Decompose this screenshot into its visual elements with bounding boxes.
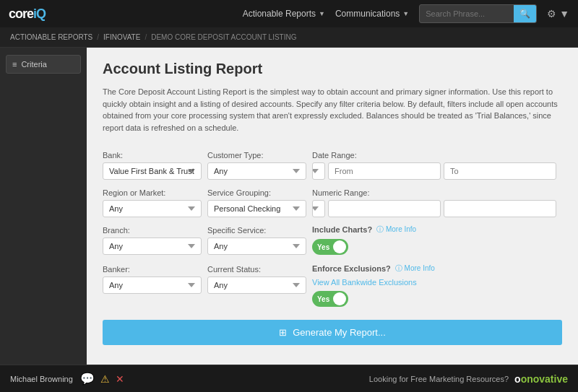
banker-label: Banker:	[103, 265, 202, 274]
enforce-exclusions-label: Enforce Exclusions?	[312, 264, 391, 273]
communications-nav[interactable]: Communications ▼	[335, 9, 409, 19]
bankwide-exclusions-link[interactable]: View All Bankwide Exclusions	[312, 278, 556, 287]
region-select[interactable]: Any	[103, 200, 202, 217]
breadcrumb: ACTIONABLE REPORTS / IFINOVATE / DEMO CO…	[0, 27, 578, 48]
chevron-down-icon: ▼	[319, 10, 325, 17]
banker-select[interactable]: Any	[103, 276, 202, 294]
service-grouping-label: Service Grouping:	[207, 188, 306, 197]
customer-type-label: Customer Type:	[207, 151, 306, 160]
bottom-user: Michael Browning 💬 ⚠ ✕	[10, 372, 124, 386]
enforce-exclusions-cell: Enforce Exclusions? ⓘ More Info View All…	[312, 261, 562, 313]
logo-core: coreiQ	[9, 6, 46, 22]
region-cell: Region or Market: Any	[103, 184, 207, 222]
include-charts-more-info[interactable]: ⓘ More Info	[376, 225, 416, 235]
branch-cell: Branch: Any	[103, 222, 207, 261]
generate-icon: ⊞	[279, 327, 287, 338]
banker-cell: Banker: Any	[103, 261, 207, 313]
current-status-select[interactable]: Any	[207, 276, 306, 294]
search-input[interactable]	[420, 6, 514, 21]
search-box: 🔍	[419, 4, 537, 23]
specific-service-cell: Specific Service: Any	[207, 222, 312, 261]
bottom-right: Looking for Free Marketing Resources? oo…	[369, 373, 568, 385]
date-from-input[interactable]	[328, 162, 441, 180]
criteria-icon: ≡	[12, 60, 17, 69]
report-title: Account Listing Report	[103, 61, 562, 77]
generate-report-button[interactable]: ⊞ Generate My Report...	[103, 320, 562, 345]
breadcrumb-item-3: DEMO CORE DEPOSIT ACCOUNT LISTING	[151, 33, 296, 41]
content-wrapper: ≡ Criteria Account Listing Report The Co…	[0, 48, 578, 365]
numeric-to-input[interactable]: 10000	[444, 200, 556, 217]
enforce-exclusions-toggle-container: Yes	[312, 291, 556, 307]
toggle-thumb-2	[333, 292, 346, 305]
include-charts-toggle-container: Yes	[312, 239, 556, 255]
main-panel: Account Listing Report The Core Deposit …	[87, 48, 578, 365]
bank-label: Bank:	[103, 151, 202, 160]
breadcrumb-sep-2: /	[144, 33, 147, 41]
enforce-exclusions-more-info[interactable]: ⓘ More Info	[395, 263, 435, 274]
actionable-reports-nav[interactable]: Actionable Reports ▼	[243, 9, 325, 19]
sidebar: ≡ Criteria	[0, 48, 87, 365]
region-label: Region or Market:	[103, 188, 202, 197]
customer-type-select[interactable]: Any	[207, 162, 306, 180]
settings-icon[interactable]: ⚙ ▼	[547, 8, 569, 19]
numeric-range-select[interactable]: Available Balance	[312, 200, 325, 217]
numeric-from-input[interactable]: 500	[328, 200, 441, 217]
include-charts-toggle[interactable]: Yes	[312, 239, 348, 255]
marketing-text: Looking for Free Marketing Resources?	[369, 375, 509, 383]
bottom-bar: Michael Browning 💬 ⚠ ✕ Looking for Free …	[0, 365, 578, 392]
user-name: Michael Browning	[10, 375, 73, 383]
bank-cell: Bank: Value First Bank & Trust	[103, 147, 207, 184]
enforce-exclusions-toggle[interactable]: Yes	[312, 291, 348, 307]
numeric-range-label: Numeric Range:	[312, 188, 556, 197]
report-description: The Core Deposit Account Listing Report …	[103, 86, 562, 134]
breadcrumb-item-2[interactable]: IFINOVATE	[103, 33, 140, 41]
report-form: Bank: Value First Bank & Trust Customer …	[103, 147, 562, 313]
breadcrumb-item-1[interactable]: ACTIONABLE REPORTS	[10, 33, 92, 41]
include-charts-label: Include Charts?	[312, 225, 372, 234]
customer-type-cell: Customer Type: Any	[207, 147, 312, 184]
logo: coreiQ	[9, 6, 46, 22]
numeric-range-cell: Numeric Range: Available Balance 500 100…	[312, 184, 562, 222]
date-range-cell: Date Range: N/A	[312, 147, 562, 184]
chevron-down-icon: ▼	[402, 10, 409, 17]
message-icon[interactable]: 💬	[80, 372, 95, 386]
specific-service-select[interactable]: Any	[207, 238, 306, 255]
date-to-input[interactable]	[444, 162, 556, 180]
date-range-label: Date Range:	[312, 151, 556, 160]
bottom-icons: 💬 ⚠ ✕	[80, 372, 124, 386]
date-range-select[interactable]: N/A	[312, 162, 325, 180]
generate-btn-row: ⊞ Generate My Report...	[103, 320, 562, 345]
onovative-logo: oonovative	[514, 373, 568, 385]
top-nav-right: Actionable Reports ▼ Communications ▼ 🔍 …	[243, 4, 569, 23]
specific-service-label: Specific Service:	[207, 226, 306, 235]
service-grouping-cell: Service Grouping: Personal Checking	[207, 184, 312, 222]
top-nav: coreiQ Actionable Reports ▼ Communicatio…	[0, 0, 578, 27]
alert-icon[interactable]: ⚠	[100, 373, 110, 385]
search-button[interactable]: 🔍	[514, 5, 536, 22]
close-icon[interactable]: ✕	[116, 373, 124, 385]
toggle-thumb	[333, 240, 346, 253]
current-status-cell: Current Status: Any	[207, 261, 312, 313]
include-charts-cell: Include Charts? ⓘ More Info Yes	[312, 222, 562, 261]
breadcrumb-sep-1: /	[97, 33, 99, 41]
branch-label: Branch:	[103, 226, 202, 235]
sidebar-item-criteria[interactable]: ≡ Criteria	[6, 55, 81, 74]
service-grouping-select[interactable]: Personal Checking	[207, 200, 306, 217]
branch-select[interactable]: Any	[103, 238, 202, 255]
current-status-label: Current Status:	[207, 265, 306, 274]
bank-select[interactable]: Value First Bank & Trust	[103, 162, 202, 180]
